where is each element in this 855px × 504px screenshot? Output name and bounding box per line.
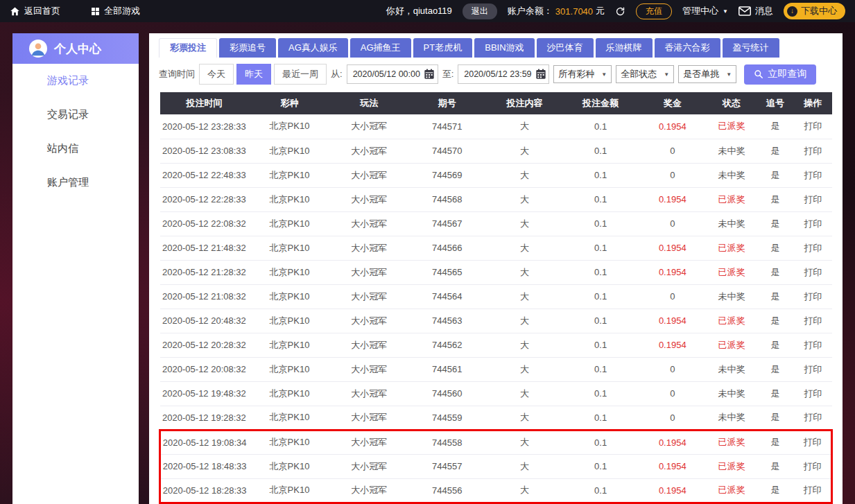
tab[interactable]: 香港六合彩 [655, 38, 720, 58]
cell-chase: 是 [757, 357, 794, 381]
topbar-right: 你好，qiutao119 退出 账户余额： 301.7040 元 充值 管理中心… [386, 3, 845, 19]
cell-action[interactable]: 打印 [794, 187, 831, 211]
cell-play: 大小冠军 [331, 114, 408, 139]
cell-chase: 是 [757, 381, 794, 406]
tab[interactable]: 彩票投注 [159, 38, 217, 58]
status-select[interactable]: 全部状态 ▼ [616, 65, 674, 83]
cell-prize: 0.1954 [638, 309, 707, 333]
chevron-down-icon: ▼ [664, 71, 669, 78]
personal-center-page: 返回首页 全部游戏 你好，qiutao119 退出 账户余额： 301.7040… [0, 0, 855, 504]
cell-issue: 744569 [408, 163, 486, 187]
messages-link[interactable]: 消息 [739, 5, 773, 17]
sidebar-item[interactable]: 交易记录 [12, 98, 139, 132]
cell-time: 2020-05-12 18:48:33 [160, 454, 249, 478]
cell-content: 大 [486, 430, 562, 454]
cell-action[interactable]: 打印 [794, 284, 831, 309]
cell-lottery: 北京PK10 [248, 284, 330, 309]
cell-action[interactable]: 打印 [794, 211, 831, 236]
topbar-left: 返回首页 全部游戏 [10, 5, 140, 17]
cell-action[interactable]: 打印 [794, 454, 831, 478]
cell-issue: 744562 [408, 333, 486, 357]
sidebar-item[interactable]: 站内信 [12, 132, 139, 166]
cell-action[interactable]: 打印 [794, 163, 831, 187]
column-header: 彩种 [248, 92, 330, 114]
cell-action[interactable]: 打印 [794, 114, 831, 139]
cell-content: 大 [486, 478, 562, 503]
logout-button[interactable]: 退出 [463, 3, 497, 19]
recharge-button[interactable]: 充值 [636, 3, 672, 19]
table-row: 2020-05-12 18:28:33北京PK10大小冠军744556大0.10… [160, 478, 832, 503]
calendar-icon[interactable] [535, 69, 546, 80]
all-games-link[interactable]: 全部游戏 [91, 5, 140, 17]
cell-action[interactable]: 打印 [794, 381, 831, 406]
cell-status: 已派奖 [707, 454, 757, 478]
cell-action[interactable]: 打印 [794, 260, 831, 284]
cell-chase: 是 [757, 309, 794, 333]
cell-play: 大小冠军 [331, 139, 408, 163]
tab[interactable]: BBIN游戏 [474, 38, 534, 58]
tab[interactable]: 沙巴体育 [537, 38, 594, 58]
cell-status: 未中奖 [707, 211, 757, 236]
cell-action[interactable]: 打印 [794, 430, 831, 454]
cell-time: 2020-05-12 23:08:33 [160, 139, 249, 163]
from-date-input[interactable]: 2020/05/12 00:00 [347, 64, 438, 84]
query-button[interactable]: 立即查询 [744, 64, 816, 85]
tab[interactable]: AG真人娱乐 [278, 38, 348, 58]
tab[interactable]: 盈亏统计 [723, 38, 779, 58]
table-row: 2020-05-12 22:08:32北京PK10大小冠军744567大0.10… [160, 211, 832, 236]
tab[interactable]: 乐游棋牌 [596, 38, 653, 58]
sidebar-item[interactable]: 游戏记录 [12, 64, 139, 98]
tab[interactable]: PT老虎机 [413, 38, 473, 58]
cell-prize: 0.1954 [638, 333, 707, 357]
cell-action[interactable]: 打印 [794, 406, 831, 430]
cell-issue: 744556 [408, 478, 486, 503]
to-date-input[interactable]: 2020/05/12 23:59 [458, 64, 549, 84]
cell-action[interactable]: 打印 [794, 478, 831, 503]
cell-issue: 744557 [408, 454, 486, 478]
cell-prize: 0.1954 [638, 236, 707, 260]
cell-amount: 0.1 [563, 211, 639, 236]
cell-issue: 744565 [408, 260, 486, 284]
table-row: 2020-05-12 21:08:32北京PK10大小冠军744564大0.10… [160, 284, 832, 309]
cell-action[interactable]: 打印 [794, 357, 831, 381]
calendar-icon[interactable] [424, 69, 435, 80]
lottery-type-value: 所有彩种 [558, 68, 594, 80]
cell-prize: 0.1954 [638, 478, 707, 503]
home-link[interactable]: 返回首页 [10, 5, 60, 17]
table-row: 2020-05-12 21:48:32北京PK10大小冠军744566大0.10… [160, 236, 832, 260]
cell-status: 未中奖 [707, 381, 757, 406]
cell-content: 大 [486, 333, 562, 357]
balance-unit: 元 [596, 5, 605, 17]
cell-chase: 是 [757, 284, 794, 309]
cell-issue: 744570 [408, 139, 486, 163]
cell-action[interactable]: 打印 [794, 333, 831, 357]
lottery-type-select[interactable]: 所有彩种 ▼ [553, 65, 612, 83]
table-row: 2020-05-12 19:08:34北京PK10大小冠军744558大0.10… [160, 430, 832, 454]
cell-lottery: 北京PK10 [248, 163, 330, 187]
range-button[interactable]: 今天 [199, 64, 234, 85]
query-button-label: 立即查询 [768, 68, 806, 80]
cell-content: 大 [486, 309, 562, 333]
cell-content: 大 [486, 357, 562, 381]
refresh-icon[interactable] [615, 6, 625, 17]
download-center-button[interactable]: ↓ 下载中心 [784, 3, 845, 19]
cell-prize: 0 [638, 163, 707, 187]
cell-lottery: 北京PK10 [248, 454, 330, 478]
tab[interactable]: 彩票追号 [219, 38, 276, 58]
column-header: 状态 [707, 92, 757, 114]
cell-action[interactable]: 打印 [794, 309, 831, 333]
admin-center-dropdown[interactable]: 管理中心 ▼ [682, 5, 728, 17]
cell-issue: 744558 [408, 430, 486, 454]
cell-play: 大小冠军 [331, 163, 408, 187]
tab[interactable]: AG捕鱼王 [350, 38, 411, 58]
single-pick-select[interactable]: 是否单挑 ▼ [678, 65, 736, 83]
sidebar-item[interactable]: 账户管理 [12, 166, 139, 200]
range-button[interactable]: 昨天 [236, 64, 271, 85]
cell-status: 已派奖 [707, 114, 757, 139]
cell-lottery: 北京PK10 [248, 430, 330, 454]
cell-action[interactable]: 打印 [794, 236, 831, 260]
table-row: 2020-05-12 20:48:32北京PK10大小冠军744563大0.10… [160, 309, 832, 333]
table-row: 2020-05-12 23:28:33北京PK10大小冠军744571大0.10… [160, 114, 832, 139]
cell-action[interactable]: 打印 [794, 139, 831, 163]
range-button[interactable]: 最近一周 [274, 64, 327, 85]
